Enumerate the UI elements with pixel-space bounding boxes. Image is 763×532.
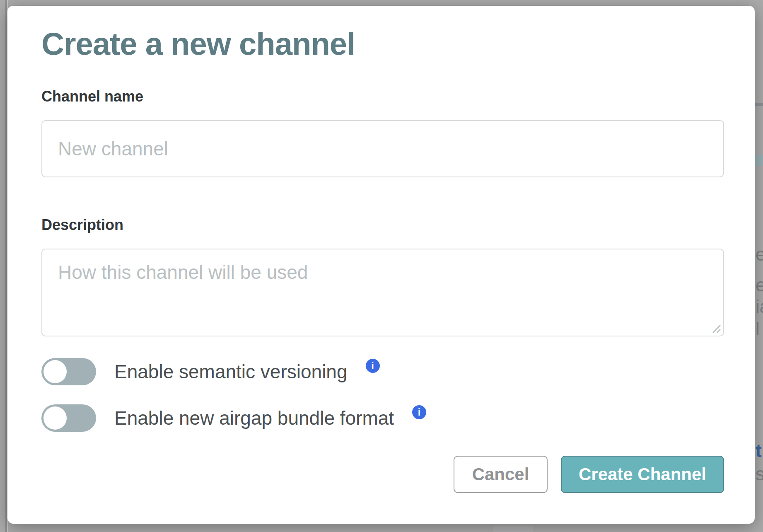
background-link-fragment: t (756, 442, 762, 460)
background-text-fragment: l (756, 320, 760, 338)
create-channel-button[interactable]: Create Channel (561, 456, 724, 493)
create-channel-modal: Create a new channel Channel name Descri… (7, 6, 755, 524)
semantic-versioning-row: Enable semantic versioning i (41, 355, 380, 388)
toggle-knob (43, 406, 67, 430)
semantic-versioning-toggle[interactable] (41, 358, 96, 385)
description-field-wrap (41, 249, 724, 336)
semantic-versioning-label: Enable semantic versioning (114, 360, 348, 383)
background-text-fragment: ia (756, 297, 763, 316)
airgap-bundle-row: Enable new airgap bundle format i (41, 402, 426, 434)
cancel-button[interactable]: Cancel (454, 456, 548, 493)
description-textarea[interactable] (41, 249, 724, 336)
background-text-fragment: e (756, 245, 763, 264)
modal-title: Create a new channel (41, 27, 355, 61)
airgap-bundle-label: Enable new airgap bundle format (114, 407, 394, 429)
info-icon[interactable]: i (412, 405, 426, 419)
description-label: Description (41, 216, 123, 234)
background-text-fragment: s (756, 465, 763, 483)
toggle-knob (43, 360, 67, 383)
background-button-fragment (493, 525, 533, 532)
background-text-fragment: e (756, 276, 763, 294)
background-teal-fragment (755, 155, 763, 166)
airgap-bundle-toggle[interactable] (41, 404, 96, 432)
info-icon[interactable]: i (366, 359, 380, 373)
channel-name-input[interactable] (41, 120, 724, 177)
channel-name-label: Channel name (41, 88, 143, 105)
background-divider-fragment (755, 103, 763, 106)
